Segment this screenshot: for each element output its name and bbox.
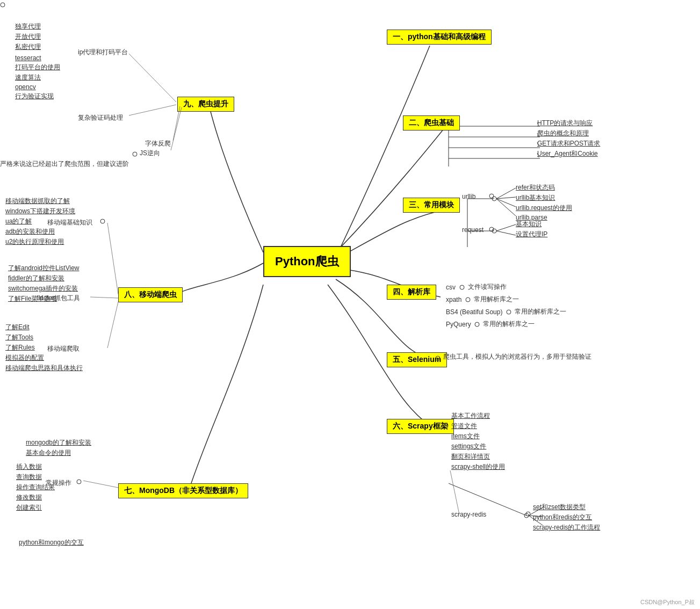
six-circle bbox=[443, 421, 449, 430]
captcha-4: opencv bbox=[15, 83, 60, 91]
seven-pre-1: mongodb的了解和安装 bbox=[26, 438, 91, 448]
nine-captcha-label: 复杂验证码处理 bbox=[78, 113, 123, 123]
svg-line-44 bbox=[107, 302, 118, 348]
four-pyquery: PyQuery bbox=[446, 320, 474, 329]
mobile-5: 移动端爬虫思路和具体执行 bbox=[5, 363, 83, 373]
scrapy-redis-circle bbox=[525, 509, 531, 519]
section-seven-label: 七、MongoDB（非关系型数据库） bbox=[124, 486, 242, 495]
eight-mobile-items: 了解Edit 了解Tools 了解Rules 模拟器的配置 移动端爬虫思路和具体… bbox=[5, 322, 83, 373]
six-item-1: 基本工作流程 bbox=[451, 411, 505, 421]
seven-reg-1: 插入数据 bbox=[16, 462, 55, 472]
urllib-item-1: refer和状态码 bbox=[516, 183, 572, 193]
five-text: 爬虫工具，模拟人为的浏览器行为，多用于登陆验证 bbox=[443, 352, 591, 362]
three-request-label: request bbox=[462, 226, 483, 234]
svg-point-32 bbox=[1, 3, 5, 7]
basic-5: u2的执行原理和使用 bbox=[5, 237, 75, 247]
seven-post-1: python和mongo的交互 bbox=[19, 538, 84, 548]
captcha-1: tesseract bbox=[15, 54, 60, 62]
eight-basic-circle bbox=[100, 216, 105, 226]
svg-line-41 bbox=[171, 107, 182, 150]
section-four-label: 四、解析库 bbox=[393, 287, 430, 296]
section-two-box: 二、爬虫基础 bbox=[403, 115, 460, 130]
scrapy-redis-label: scrapy-redis bbox=[451, 510, 486, 519]
seven-post: python和mongo的交互 bbox=[19, 537, 84, 548]
seven-pre-items: mongodb的了解和安装 基本命令的使用 bbox=[26, 438, 91, 458]
svg-point-25 bbox=[507, 310, 511, 314]
mobile-3: 了解Rules bbox=[5, 343, 83, 353]
captcha-5: 行为验证实现 bbox=[15, 91, 60, 102]
svg-line-9 bbox=[496, 197, 516, 199]
ip-3: 私密代理 bbox=[15, 42, 41, 52]
request-item-1: 基本知识 bbox=[516, 219, 547, 229]
request-item-2: 设置代理IP bbox=[516, 229, 547, 240]
four-items: csv 文件读写操作 xpath 常用解析库之一 BS4 (Beatiful S… bbox=[446, 282, 566, 329]
section-six-label: 六、Scrapy框架 bbox=[393, 422, 448, 430]
svg-point-23 bbox=[460, 285, 464, 289]
svg-point-24 bbox=[466, 298, 470, 302]
ip-1: 独享代理 bbox=[15, 21, 41, 32]
mobile-2: 了解Tools bbox=[5, 332, 83, 343]
mobile-1: 了解Edit bbox=[5, 322, 83, 332]
svg-point-28 bbox=[444, 423, 448, 427]
svg-line-11 bbox=[496, 199, 516, 216]
nine-js-label: JS逆向 bbox=[140, 148, 160, 158]
eight-basic-items: 移动端数据抓取的了解 windows下搭建开发环境 ua的了解 adb的安装和使… bbox=[5, 196, 75, 247]
request-items: 基本知识 设置代理IP bbox=[516, 219, 547, 240]
svg-point-27 bbox=[436, 356, 440, 360]
section-three-label: 三、常用模块 bbox=[409, 200, 454, 209]
svg-point-26 bbox=[475, 322, 479, 327]
captcha-3: 速度算法 bbox=[15, 73, 60, 83]
six-item-4: settings文件 bbox=[451, 441, 505, 452]
section-one-label: 一、python基础和高级编程 bbox=[393, 32, 486, 41]
three-request-circle bbox=[489, 224, 494, 234]
svg-line-42 bbox=[107, 223, 118, 294]
nine-font-label: 字体反爬 bbox=[145, 139, 171, 149]
six-item-3: items文件 bbox=[451, 431, 505, 441]
seven-reg-4: 修改数据 bbox=[16, 492, 55, 503]
nine-ip-items: 独享代理 开放代理 私密代理 bbox=[15, 21, 41, 52]
redis-item-1: set和zset数据类型 bbox=[533, 502, 600, 512]
svg-line-43 bbox=[90, 297, 118, 298]
seven-reg-5: 创建索引 bbox=[16, 503, 55, 513]
six-item-5: 翻页和详情页 bbox=[451, 452, 505, 462]
section-eight-box: 八、移动端爬虫 bbox=[118, 287, 183, 302]
four-pyquery-text: 常用的解析库之一 bbox=[483, 319, 535, 329]
eight-fiddler-items: 了解android控件ListView fiddler的了解和安装 switch… bbox=[8, 263, 80, 304]
svg-line-38 bbox=[129, 54, 176, 102]
scrapy-redis-items: set和zset数据类型 python和redis的交互 scrapy-redi… bbox=[533, 502, 600, 533]
basic-2: windows下搭建开发环境 bbox=[5, 206, 75, 216]
nine-js-circle bbox=[132, 149, 138, 159]
four-bs4-text: 常用的解析库之一 bbox=[515, 307, 566, 317]
two-item-2: 爬虫的概念和原理 bbox=[537, 128, 600, 139]
svg-point-21 bbox=[489, 194, 494, 198]
seven-pre-2: 基本命令的使用 bbox=[26, 448, 91, 458]
section-seven-box: 七、MongoDB（非关系型数据库） bbox=[118, 483, 248, 498]
svg-point-29 bbox=[526, 512, 530, 516]
four-xpath-text: 常用解析库之一 bbox=[474, 294, 519, 305]
section-two-label: 二、爬虫基础 bbox=[409, 118, 454, 127]
six-items: 基本工作流程 管道文件 items文件 settings文件 翻页和详情页 sc… bbox=[451, 411, 505, 472]
three-urllib-label: urllib bbox=[462, 192, 475, 201]
seven-regular-circle bbox=[76, 477, 82, 487]
svg-point-33 bbox=[133, 152, 137, 156]
redis-item-2: python和redis的交互 bbox=[533, 512, 600, 523]
svg-point-30 bbox=[77, 480, 81, 484]
redis-item-3: scrapy-redis的工作流程 bbox=[533, 523, 600, 533]
svg-line-8 bbox=[496, 188, 516, 199]
fiddler-1: fiddler的了解和安装 bbox=[8, 273, 80, 284]
svg-line-14 bbox=[496, 224, 516, 231]
svg-point-31 bbox=[100, 219, 105, 223]
seven-reg-3: 操作查询结果 bbox=[16, 482, 55, 492]
mobile-4: 模拟器的配置 bbox=[5, 353, 83, 363]
nine-captcha-items: tesseract 打码平台的使用 速度算法 opencv 行为验证实现 bbox=[15, 54, 60, 102]
urllib-item-2: urllib基本知识 bbox=[516, 193, 572, 203]
four-csv-text: 文件读写操作 bbox=[468, 282, 507, 292]
seven-regular-items: 插入数据 查询数据 操作查询结果 修改数据 创建索引 bbox=[16, 462, 55, 513]
nine-js-note: 严格来说这已经超出了爬虫范围，但建议进阶 bbox=[0, 159, 129, 169]
section-nine-box: 九、爬虫提升 bbox=[177, 97, 234, 112]
center-label: Python爬虫 bbox=[275, 255, 339, 268]
section-three-box: 三、常用模块 bbox=[403, 198, 460, 213]
four-xpath: xpath bbox=[446, 295, 465, 304]
watermark: CSDN@Python_P叔 bbox=[640, 598, 695, 606]
urllib-item-3: urllib.request的使用 bbox=[516, 203, 572, 213]
